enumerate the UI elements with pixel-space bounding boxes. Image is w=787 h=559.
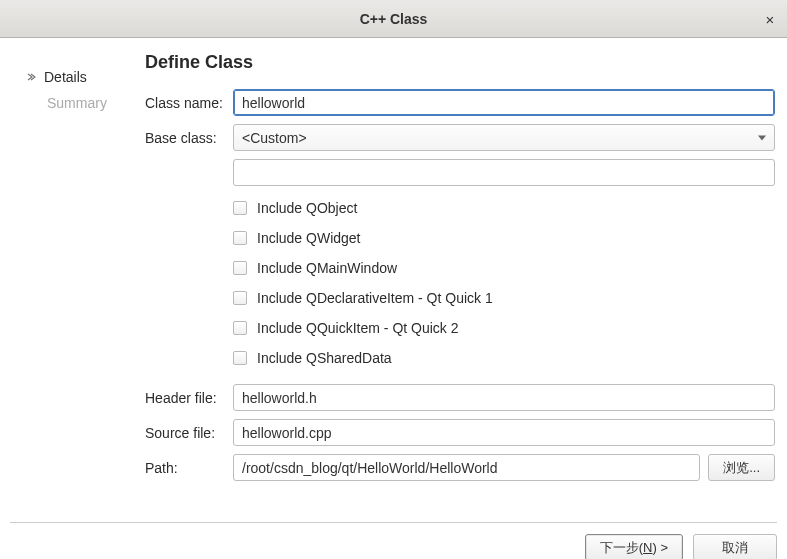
titlebar: C++ Class × [0,0,787,38]
dialog-footer: 下一步(N) > 取消 [10,522,777,559]
chevron-right-icon [24,72,44,82]
base-class-selected: <Custom> [242,130,307,146]
class-name-label: Class name: [145,95,233,111]
path-input[interactable] [233,454,700,481]
checkbox-icon [233,351,247,365]
check-include-qquickitem[interactable]: Include QQuickItem - Qt Quick 2 [233,320,775,336]
next-button-mnemonic: N [643,540,652,555]
window-title: C++ Class [0,11,787,27]
path-label: Path: [145,460,233,476]
class-name-input[interactable] [233,89,775,116]
browse-button[interactable]: 浏览... [708,454,775,481]
nav-step-label: Summary [47,95,107,111]
check-include-qobject[interactable]: Include QObject [233,200,775,216]
next-button-prefix: 下一步( [600,539,643,557]
nav-step-details[interactable]: Details [24,64,135,90]
check-include-qdeclarativeitem[interactable]: Include QDeclarativeItem - Qt Quick 1 [233,290,775,306]
source-file-label: Source file: [145,425,233,441]
check-label: Include QDeclarativeItem - Qt Quick 1 [257,290,493,306]
base-class-combo[interactable]: <Custom> [233,124,775,151]
checkbox-icon [233,321,247,335]
nav-step-label: Details [44,69,87,85]
check-include-qwidget[interactable]: Include QWidget [233,230,775,246]
checkbox-icon [233,201,247,215]
base-class-custom-input[interactable] [233,159,775,186]
checkbox-icon [233,291,247,305]
page-heading: Define Class [145,52,775,73]
checkbox-icon [233,261,247,275]
content-area: Define Class Class name: Base class: <Cu… [135,38,787,522]
chevron-down-icon [758,135,766,140]
source-file-input[interactable] [233,419,775,446]
checkbox-icon [233,231,247,245]
check-include-qshareddata[interactable]: Include QSharedData [233,350,775,366]
check-label: Include QWidget [257,230,361,246]
check-include-qmainwindow[interactable]: Include QMainWindow [233,260,775,276]
wizard-nav: Details Summary [0,38,135,522]
include-options: Include QObject Include QWidget Include … [145,200,775,366]
next-button[interactable]: 下一步(N) > [585,534,683,559]
next-button-suffix: ) > [652,540,668,555]
header-file-input[interactable] [233,384,775,411]
cancel-button[interactable]: 取消 [693,534,777,559]
check-label: Include QSharedData [257,350,392,366]
base-class-label: Base class: [145,130,233,146]
check-label: Include QQuickItem - Qt Quick 2 [257,320,459,336]
check-label: Include QMainWindow [257,260,397,276]
nav-step-summary: Summary [24,90,135,116]
close-icon[interactable]: × [761,10,779,28]
check-label: Include QObject [257,200,357,216]
header-file-label: Header file: [145,390,233,406]
